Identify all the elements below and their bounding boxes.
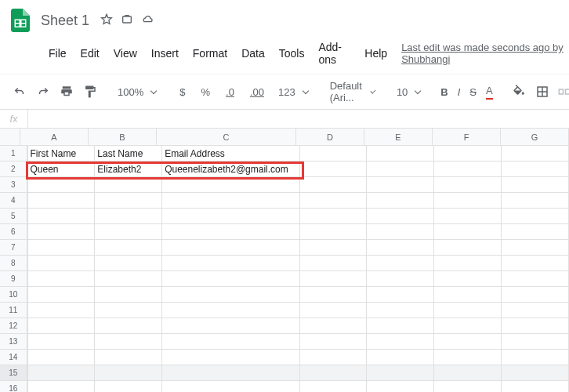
cell[interactable] xyxy=(434,365,502,381)
row-header[interactable]: 7 xyxy=(0,240,28,256)
cell[interactable] xyxy=(300,318,368,334)
menu-view[interactable]: View xyxy=(107,44,143,63)
cell[interactable] xyxy=(28,193,96,209)
paint-format-button[interactable] xyxy=(78,82,102,102)
cell[interactable] xyxy=(502,146,569,162)
cell[interactable] xyxy=(162,350,300,365)
cell[interactable] xyxy=(28,177,96,193)
cell[interactable] xyxy=(95,381,162,392)
cell[interactable] xyxy=(28,240,96,256)
cell[interactable] xyxy=(162,271,300,287)
cell[interactable] xyxy=(162,365,300,381)
cell[interactable] xyxy=(502,381,569,392)
formula-input[interactable] xyxy=(28,110,569,128)
cell[interactable] xyxy=(162,209,300,224)
cell[interactable] xyxy=(300,177,368,193)
cell[interactable] xyxy=(367,318,434,334)
cell[interactable] xyxy=(162,193,300,209)
col-header-E[interactable]: E xyxy=(364,129,433,146)
cell[interactable]: First Name xyxy=(28,146,96,162)
row-header[interactable]: 10 xyxy=(0,287,28,303)
row-header[interactable]: 3 xyxy=(0,177,28,193)
cell[interactable] xyxy=(434,193,502,209)
cell[interactable] xyxy=(367,177,434,193)
cell[interactable] xyxy=(28,256,96,271)
menu-help[interactable]: Help xyxy=(358,44,393,63)
row-header[interactable]: 6 xyxy=(0,224,28,240)
menu-edit[interactable]: Edit xyxy=(74,44,106,63)
cell[interactable]: Elizabeth2 xyxy=(95,162,162,177)
cell[interactable] xyxy=(162,318,300,334)
cell[interactable] xyxy=(95,224,162,240)
cell[interactable] xyxy=(502,350,569,365)
col-header-F[interactable]: F xyxy=(433,129,501,146)
cell[interactable]: Email Address xyxy=(162,146,300,162)
zoom-select[interactable]: 100% xyxy=(111,85,162,100)
col-header-A[interactable]: A xyxy=(20,129,89,146)
merge-button[interactable] xyxy=(554,83,569,100)
sheets-logo[interactable] xyxy=(6,6,34,34)
cell[interactable] xyxy=(162,303,300,318)
cell[interactable] xyxy=(95,303,162,318)
row-header[interactable]: 15 xyxy=(0,365,28,381)
cell[interactable] xyxy=(367,334,434,350)
row-header[interactable]: 5 xyxy=(0,209,28,224)
cell[interactable] xyxy=(95,287,162,303)
row-header[interactable]: 2 xyxy=(0,162,28,177)
move-icon[interactable] xyxy=(121,13,133,28)
cell[interactable] xyxy=(95,350,162,365)
col-header-D[interactable]: D xyxy=(296,129,364,146)
cell[interactable] xyxy=(162,256,300,271)
cell[interactable] xyxy=(162,334,300,350)
cell[interactable] xyxy=(28,287,96,303)
cell[interactable] xyxy=(162,224,300,240)
cell[interactable] xyxy=(300,381,368,392)
cell[interactable] xyxy=(502,224,569,240)
col-header-G[interactable]: G xyxy=(501,129,569,146)
cell[interactable] xyxy=(434,318,502,334)
cell[interactable] xyxy=(28,365,96,381)
cell[interactable] xyxy=(162,381,300,392)
cell[interactable] xyxy=(502,318,569,334)
cell[interactable] xyxy=(28,334,96,350)
cell[interactable] xyxy=(502,177,569,193)
cell[interactable] xyxy=(95,240,162,256)
undo-button[interactable] xyxy=(8,82,31,102)
menu-data[interactable]: Data xyxy=(235,44,271,63)
cell[interactable] xyxy=(367,193,434,209)
cell[interactable] xyxy=(28,209,96,224)
cell[interactable] xyxy=(300,334,368,350)
cell[interactable] xyxy=(28,318,96,334)
fill-color-button[interactable] xyxy=(507,82,531,102)
italic-button[interactable]: I xyxy=(453,83,466,101)
cell[interactable] xyxy=(367,256,434,271)
cell[interactable] xyxy=(28,350,96,365)
cell[interactable] xyxy=(300,256,368,271)
cell[interactable] xyxy=(95,334,162,350)
cell[interactable] xyxy=(95,177,162,193)
row-header[interactable]: 4 xyxy=(0,193,28,209)
cell[interactable] xyxy=(300,209,368,224)
cell[interactable] xyxy=(300,240,368,256)
cell[interactable] xyxy=(300,350,368,365)
cell[interactable] xyxy=(162,177,300,193)
font-select[interactable]: Default (Ari... xyxy=(324,78,381,105)
cell[interactable] xyxy=(502,271,569,287)
cell[interactable]: Last Name xyxy=(95,146,162,162)
cell[interactable] xyxy=(502,287,569,303)
number-format-select[interactable]: 123 xyxy=(272,85,314,100)
cell[interactable] xyxy=(367,162,434,177)
row-header[interactable]: 13 xyxy=(0,334,28,350)
cell[interactable] xyxy=(434,224,502,240)
menu-insert[interactable]: Insert xyxy=(145,44,185,63)
star-icon[interactable] xyxy=(100,13,113,28)
cell[interactable] xyxy=(502,162,569,177)
cell[interactable] xyxy=(502,365,569,381)
cell[interactable] xyxy=(300,193,368,209)
menu-format[interactable]: Format xyxy=(187,44,234,63)
cell[interactable] xyxy=(300,365,368,381)
menu-file[interactable]: File xyxy=(42,44,73,63)
menu-tools[interactable]: Tools xyxy=(273,44,311,63)
cell[interactable] xyxy=(502,209,569,224)
strikethrough-button[interactable]: S xyxy=(465,83,481,101)
